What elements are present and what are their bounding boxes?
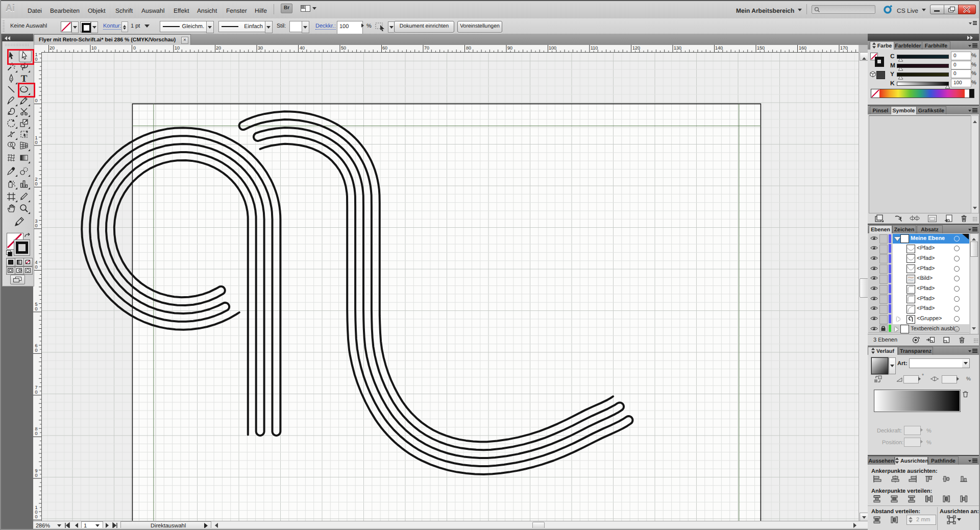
svg-text:T: T — [21, 74, 28, 84]
